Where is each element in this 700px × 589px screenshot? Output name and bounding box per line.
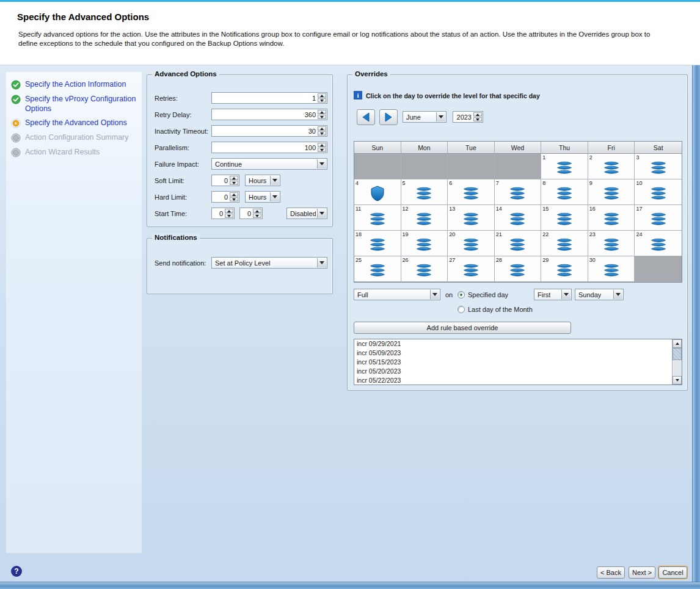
calendar-day-18[interactable]: 18 (354, 231, 401, 256)
spin-down-icon[interactable] (253, 214, 261, 218)
retries-input[interactable]: 1 (211, 92, 327, 104)
spin-down-icon[interactable] (318, 115, 326, 119)
cancel-button[interactable]: Cancel (658, 566, 687, 579)
next-button[interactable]: Next > (629, 566, 655, 579)
spin-up-icon[interactable] (230, 192, 238, 197)
spin-down-icon[interactable] (230, 197, 238, 201)
failure-impact-select[interactable]: Continue (211, 158, 327, 170)
calendar-day-8[interactable]: 8 (541, 179, 588, 205)
calendar-day-1[interactable]: 1 (541, 154, 588, 179)
calendar-day-9[interactable]: 9 (588, 179, 635, 205)
calendar-day-14[interactable]: 14 (495, 205, 542, 231)
override-list-item[interactable]: incr 05/09/2023 (354, 349, 672, 358)
override-list[interactable]: incr 09/29/2021incr 05/09/2023incr 05/15… (354, 339, 682, 385)
calendar-day-22[interactable]: 22 (541, 231, 588, 256)
weekday-select[interactable]: Sunday (575, 289, 624, 300)
override-list-scrollbar[interactable] (672, 339, 682, 385)
spin-down-icon[interactable] (473, 117, 482, 121)
next-month-button[interactable] (379, 109, 398, 125)
spin-down-icon[interactable] (230, 181, 238, 185)
spin-up-icon[interactable] (318, 126, 326, 131)
calendar-day-25[interactable]: 25 (354, 256, 401, 282)
hard-limit-unit-select[interactable]: Hours (245, 191, 280, 203)
chevron-down-icon[interactable] (436, 112, 445, 121)
calendar-day-13[interactable]: 13 (448, 205, 495, 231)
calendar-day-11[interactable]: 11 (354, 205, 401, 231)
incr-backup-icon (556, 212, 572, 226)
override-list-item[interactable]: incr 05/22/2023 (354, 376, 672, 385)
calendar-day-28[interactable]: 28 (495, 256, 542, 282)
calendar-day-24[interactable]: 24 (635, 231, 682, 256)
calendar-day-16[interactable]: 16 (588, 205, 635, 231)
help-button[interactable]: ? (11, 566, 22, 577)
spin-up-icon[interactable] (253, 209, 261, 213)
calendar-day-7[interactable]: 7 (495, 179, 542, 205)
spin-up-icon[interactable] (473, 112, 482, 117)
scroll-up-icon[interactable] (673, 339, 682, 348)
calendar-day-17[interactable]: 17 (635, 205, 682, 231)
calendar-day-19[interactable]: 19 (401, 231, 448, 256)
specified-day-radio[interactable] (458, 291, 465, 298)
override-list-item[interactable]: incr 09/29/2021 (354, 339, 672, 349)
chevron-down-icon[interactable] (613, 290, 622, 299)
calendar-day-27[interactable]: 27 (448, 256, 495, 282)
chevron-down-icon[interactable] (561, 290, 571, 299)
spin-down-icon[interactable] (318, 131, 326, 136)
month-select[interactable]: June (403, 111, 447, 123)
calendar-day-23[interactable]: 23 (588, 231, 635, 256)
calendar-day-5[interactable]: 5 (401, 179, 448, 205)
back-button[interactable]: < Back (597, 566, 625, 579)
spin-down-icon[interactable] (318, 98, 326, 103)
calendar-day-3[interactable]: 3 (635, 154, 682, 179)
start-time-minute-input[interactable]: 0 (239, 208, 263, 219)
year-input[interactable]: 2023 (453, 111, 483, 123)
spin-up-icon[interactable] (318, 110, 326, 114)
wizard-step-5[interactable]: Action Wizard Results (11, 147, 137, 157)
last-day-of-month-radio[interactable] (458, 306, 465, 313)
spin-down-icon[interactable] (318, 148, 326, 152)
calendar-day-21[interactable]: 21 (495, 231, 542, 256)
calendar-day-2[interactable]: 2 (588, 154, 635, 179)
chevron-down-icon[interactable] (317, 258, 326, 267)
calendar-day-26[interactable]: 26 (401, 256, 448, 282)
soft-limit-unit-select[interactable]: Hours (245, 175, 280, 186)
start-time-hour-input[interactable]: 0 (211, 208, 235, 219)
spin-up-icon[interactable] (318, 93, 326, 98)
wizard-step-2[interactable]: Specify the vProxy Configuration Options (11, 94, 137, 114)
calendar-day-12[interactable]: 12 (401, 205, 448, 231)
override-list-item[interactable]: incr 05/20/2023 (354, 367, 672, 376)
spin-up-icon[interactable] (318, 143, 326, 147)
add-rule-based-override-button[interactable]: Add rule based override (354, 322, 571, 334)
spin-down-icon[interactable] (225, 214, 233, 218)
previous-month-button[interactable] (357, 109, 375, 125)
wizard-step-3[interactable]: Specify the Advanced Options (11, 118, 137, 128)
chevron-down-icon[interactable] (430, 290, 439, 299)
chevron-down-icon[interactable] (270, 176, 279, 185)
ordinal-select[interactable]: First (534, 289, 572, 300)
calendar-day-6[interactable]: 6 (448, 179, 495, 205)
chevron-down-icon[interactable] (270, 192, 279, 201)
retry-delay-input[interactable]: 360 (211, 109, 327, 120)
start-time-mode-select[interactable]: Disabled (286, 208, 327, 219)
calendar-day-4[interactable]: 4 (354, 179, 401, 205)
calendar-day-29[interactable]: 29 (541, 256, 588, 282)
override-list-item[interactable]: incr 05/15/2023 (354, 358, 672, 367)
parallelism-input[interactable]: 100 (211, 142, 327, 153)
hard-limit-input[interactable]: 0 (211, 191, 239, 203)
override-level-select[interactable]: Full (354, 289, 440, 300)
calendar-day-20[interactable]: 20 (448, 231, 495, 256)
inactivity-timeout-input[interactable]: 30 (211, 125, 327, 137)
spin-up-icon[interactable] (230, 176, 238, 180)
wizard-step-1[interactable]: Specify the Action Information (11, 79, 137, 90)
chevron-down-icon[interactable] (317, 209, 326, 218)
wizard-step-4[interactable]: Action Configuration Summary (11, 132, 137, 143)
calendar-day-30[interactable]: 30 (588, 256, 635, 282)
spin-up-icon[interactable] (225, 209, 233, 213)
scroll-down-icon[interactable] (673, 376, 682, 385)
calendar-day-15[interactable]: 15 (541, 205, 588, 231)
chevron-down-icon[interactable] (317, 159, 326, 168)
send-notification-select[interactable]: Set at Policy Level (211, 257, 327, 269)
calendar-day-10[interactable]: 10 (635, 179, 682, 205)
scrollbar-thumb[interactable] (673, 348, 682, 360)
soft-limit-input[interactable]: 0 (211, 175, 239, 186)
